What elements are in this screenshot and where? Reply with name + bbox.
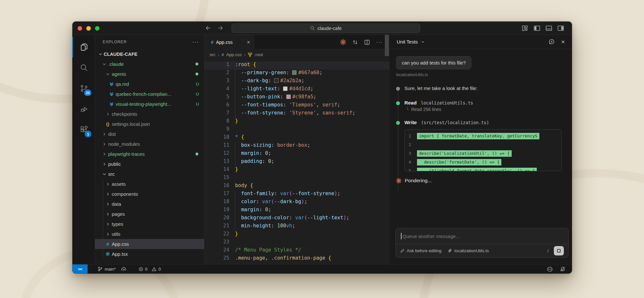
editor-more-actions-icon[interactable]: ··· [376, 39, 383, 45]
command-center-search[interactable]: claude-cafe [232, 24, 420, 33]
minimize-window-button[interactable] [86, 26, 91, 31]
customize-layout-icon[interactable] [522, 25, 528, 32]
activity-source-control[interactable]: 25 [72, 78, 95, 99]
close-window-button[interactable] [78, 26, 82, 31]
token: ; [337, 191, 340, 196]
token: padding [241, 158, 262, 164]
composer-input[interactable]: Queue another message... [396, 228, 568, 244]
line-number: 14 [204, 166, 235, 174]
breadcrumb-symbol[interactable]: :root [254, 52, 263, 57]
diff-line: 3describe('LocalizationUtil', () => { [405, 149, 561, 158]
editor-scrollbar[interactable] [385, 35, 389, 56]
tree-item-data[interactable]: data [95, 199, 204, 209]
activity-search[interactable] [72, 57, 95, 78]
chevron-right-icon[interactable] [101, 142, 108, 146]
code-area[interactable]: 1:root {2 --primary-green: #667a60;3 --d… [204, 60, 390, 263]
chevron-right-icon[interactable] [104, 222, 111, 226]
context-file-chip[interactable]: localizationUtils.ts [448, 248, 489, 253]
breadcrumb[interactable]: src › # App.css › :root [204, 49, 390, 60]
toggle-secondary-sidebar-icon[interactable] [557, 25, 564, 32]
token [235, 199, 241, 204]
new-chat-icon[interactable] [549, 39, 555, 45]
claude-code-icon[interactable] [340, 39, 346, 45]
chevron-right-icon[interactable] [104, 202, 111, 206]
chevron-right-icon[interactable] [104, 232, 111, 236]
tree-item-quebec-french-complian-[interactable]: quebec-french-complian...U [95, 89, 204, 99]
workspace-root-folder[interactable]: CLAUDE-CAFE [95, 49, 204, 59]
activity-run-debug[interactable] [72, 99, 95, 119]
navigate-back-icon[interactable] [205, 25, 212, 32]
chevron-right-icon[interactable] [104, 112, 111, 116]
indent-guide [235, 158, 235, 166]
token [235, 207, 241, 213]
tree-item--claude[interactable]: .claude [95, 59, 204, 69]
code-line: 1:root { [204, 62, 390, 70]
tree-item-qa-md[interactable]: qa.mdU [95, 79, 204, 89]
token: * [235, 134, 238, 140]
tree-item-components[interactable]: components [95, 189, 204, 199]
message-composer: Queue another message... Ask before edit… [395, 228, 569, 258]
token: .menu-page [235, 255, 265, 261]
chevron-down-icon[interactable] [104, 72, 111, 76]
git-branch-status[interactable]: main* [98, 266, 116, 272]
tree-item-public[interactable]: public [95, 159, 204, 169]
notifications-muted-icon[interactable] [560, 266, 565, 272]
explorer-more-actions-icon[interactable]: ··· [192, 39, 199, 45]
token: /* Menu Page Styles */ [235, 247, 301, 253]
chevron-right-icon[interactable] [104, 182, 111, 186]
attached-file-label[interactable]: localizationUtils.ts [396, 73, 565, 77]
tab-app-css[interactable]: # App.css × [204, 35, 254, 49]
tree-item-assets[interactable]: assets [95, 179, 204, 189]
remote-indicator[interactable]: >< [72, 264, 88, 273]
tree-item-src[interactable]: src [95, 169, 204, 179]
line-number: 9 [204, 126, 235, 134]
chevron-down-icon[interactable] [101, 62, 108, 66]
chevron-right-icon[interactable] [101, 132, 108, 136]
toggle-primary-sidebar-icon[interactable] [534, 25, 540, 32]
tree-item-pages[interactable]: pages [95, 209, 204, 219]
close-panel-icon[interactable]: × [561, 38, 565, 45]
breadcrumb-file[interactable]: App.css [226, 52, 242, 57]
stop-button[interactable] [554, 246, 564, 255]
diff-preview[interactable]: 1import { formatDate, translateKey, getC… [404, 129, 562, 171]
tree-item-dist[interactable]: dist [95, 129, 204, 139]
tool-name: Read [404, 100, 417, 106]
tree-item-visual-testing-playwright-[interactable]: visual-testing-playwright...U [95, 99, 204, 109]
split-editor-icon[interactable] [364, 39, 370, 45]
chevron-right-icon[interactable] [104, 192, 111, 196]
tree-item-playwright-traces[interactable]: playwright-traces [95, 149, 204, 159]
tree-item-utils[interactable]: utils [95, 229, 204, 239]
chat-title-dropdown[interactable]: Unit Tests [397, 39, 425, 45]
tree-item-app-tsx[interactable]: App.tsx [95, 249, 204, 259]
line-number: 18 [204, 199, 235, 207]
copilot-icon[interactable] [547, 266, 553, 272]
chevron-right-icon[interactable] [101, 152, 108, 156]
publish-changes-icon[interactable] [121, 266, 127, 272]
chat-body: can you add tests for this file? localiz… [390, 49, 572, 264]
breadcrumb-src[interactable]: src [210, 52, 215, 57]
tree-item-agents[interactable]: agents [95, 69, 204, 79]
token: --dark-bg [274, 199, 301, 204]
token: : [271, 223, 277, 229]
activity-extensions[interactable]: 1 [72, 119, 95, 140]
tree-item-settings-local-json[interactable]: {}settings.local.json [95, 119, 204, 129]
chevron-right-icon[interactable] [101, 162, 108, 166]
chevron-right-icon[interactable] [104, 212, 111, 216]
slash-commands-button[interactable]: / [547, 248, 549, 253]
problems-status[interactable]: 0 0 [138, 267, 161, 272]
activity-explorer[interactable] [72, 37, 95, 57]
tree-item-checkpoints[interactable]: checkpoints [95, 109, 204, 119]
navigate-forward-icon[interactable] [217, 25, 223, 32]
tree-item-node-modules[interactable]: node_modules [95, 139, 204, 149]
edit-mode-selector[interactable]: Ask before editing [400, 248, 441, 253]
toggle-panel-icon[interactable] [545, 25, 552, 32]
chat-step: ReadlocalizationUtils.ts [396, 100, 565, 106]
chevron-down-icon[interactable] [101, 172, 108, 176]
code-text: min-height: 100vh; [235, 223, 295, 231]
tree-item-app-css[interactable]: #App.css [95, 239, 204, 249]
close-tab-icon[interactable]: × [247, 39, 250, 45]
compare-changes-icon[interactable] [352, 39, 358, 45]
tree-item-types[interactable]: types [95, 219, 204, 229]
color-swatch [283, 86, 288, 91]
maximize-window-button[interactable] [95, 26, 99, 31]
